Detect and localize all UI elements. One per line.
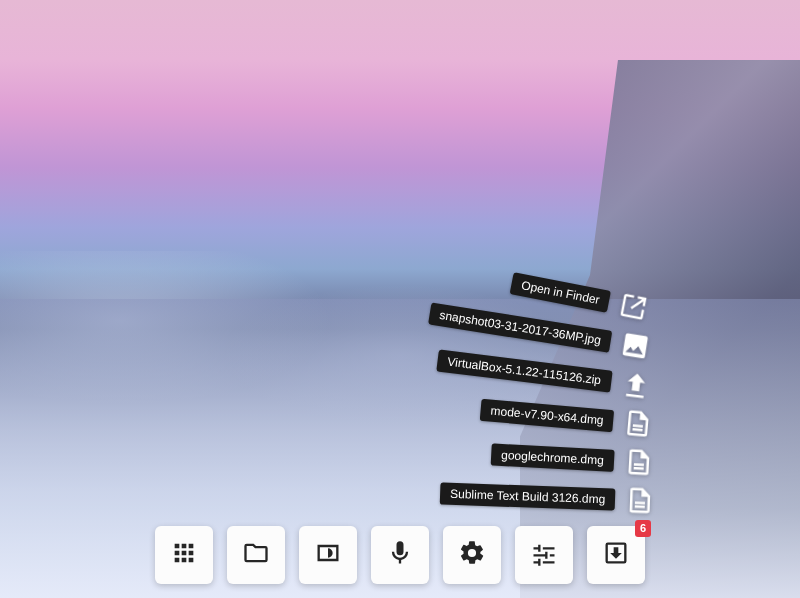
- dock: 6: [155, 526, 645, 584]
- external-link-icon: [613, 287, 653, 327]
- dock-settings-button[interactable]: [443, 526, 501, 584]
- file-label: VirtualBox-5.1.22-115126.zip: [437, 349, 613, 392]
- downloads-badge: 6: [635, 520, 651, 537]
- file-label: googlechrome.dmg: [491, 443, 615, 471]
- downloads-fanout: Sublime Text Build 3126.dmg googlechrome…: [430, 290, 655, 518]
- brightness-icon: [314, 539, 342, 571]
- folder-icon: [242, 539, 270, 571]
- apps-grid-icon: [170, 539, 198, 571]
- file-document-icon: [622, 483, 657, 518]
- dock-files-button[interactable]: [227, 526, 285, 584]
- sliders-icon: [530, 539, 558, 571]
- file-item-chrome[interactable]: googlechrome.dmg: [491, 437, 657, 480]
- file-label: mode-v7.90-x64.dmg: [479, 399, 614, 433]
- dock-voice-button[interactable]: [371, 526, 429, 584]
- archive-upload-icon: [617, 366, 655, 404]
- dock-tuner-button[interactable]: [515, 526, 573, 584]
- dock-apps-button[interactable]: [155, 526, 213, 584]
- dock-display-button[interactable]: [299, 526, 357, 584]
- file-document-icon: [620, 405, 657, 442]
- file-item-sublime[interactable]: Sublime Text Build 3126.dmg: [439, 476, 657, 518]
- file-document-icon: [621, 444, 657, 480]
- download-tray-icon: [602, 539, 630, 571]
- dock-downloads-button[interactable]: 6: [587, 526, 645, 584]
- microphone-icon: [386, 539, 414, 571]
- gear-icon: [458, 539, 486, 571]
- file-label: Sublime Text Build 3126.dmg: [440, 482, 616, 510]
- image-icon: [616, 326, 655, 365]
